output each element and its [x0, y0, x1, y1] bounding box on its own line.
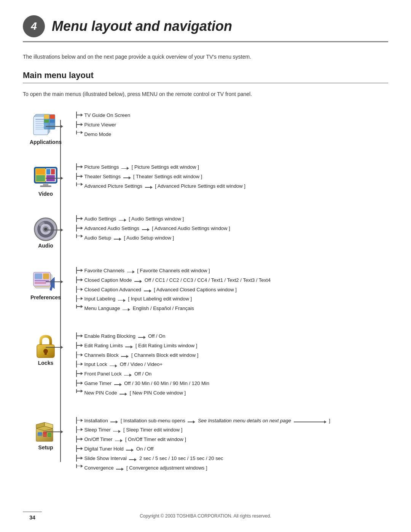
svg-rect-23 — [36, 169, 45, 174]
page-number: 34 — [23, 511, 42, 521]
spine-arrow-applications — [46, 125, 63, 128]
svg-rect-8 — [35, 129, 44, 129]
intro-text: The illustrations below and on the next … — [23, 54, 388, 60]
spine-arrow-setup — [46, 430, 63, 434]
section-heading: Main menu layout — [23, 70, 388, 83]
list-item: Enable Rating Blocking Off / On — [76, 332, 388, 340]
menu-row-locks: Locks Enable Rating Blocking Off / On — [23, 329, 388, 399]
preferences-items: Favorite Channels [ Favorite Channels ed… — [68, 264, 388, 314]
svg-rect-4 — [35, 121, 45, 122]
setup-label: Setup — [38, 444, 53, 451]
spine-arrow-audio — [46, 228, 63, 232]
list-item: Front Panel Lock Off / On — [76, 370, 388, 378]
spine-arrow-preferences — [46, 280, 63, 284]
list-item: Closed Caption Advanced [ Advanced Close… — [76, 286, 388, 294]
list-item: On/Off Timer [ On/Off Timer edit window … — [76, 436, 388, 444]
menu-row-setup: Setup Installation [ Installation sub-me… — [23, 414, 388, 474]
menu-tree: Applications TV Guide On Screen — [23, 109, 388, 473]
svg-rect-39 — [35, 273, 42, 279]
locks-label: Locks — [38, 360, 53, 366]
applications-items: TV Guide On Screen Picture Viewer — [68, 109, 388, 140]
list-item: Theater Settings [ Theater Settings edit… — [76, 173, 388, 181]
list-item: Audio Settings [ Audio Settings window ] — [76, 215, 388, 223]
svg-rect-14 — [50, 115, 55, 119]
locks-items: Enable Rating Blocking Off / On Edit Rat… — [68, 329, 388, 399]
svg-rect-21 — [43, 183, 48, 185]
svg-rect-47 — [45, 351, 47, 355]
menu-row-audio: Audio Audio Settings [ Audio Settings wi… — [23, 212, 388, 249]
list-item: Edit Rating Limits [ Edit Rating Limits … — [76, 342, 388, 350]
page-footer: 34 Copyright © 2003 TOSHIBA CORPORATION.… — [0, 511, 411, 521]
list-item: New PIN Code [ New PIN Code window ] — [76, 389, 388, 397]
list-item: Sleep Timer [ Sleep Timer edit window ] — [76, 426, 388, 434]
section-subtext: To open the main menus (illustrated belo… — [23, 91, 388, 97]
menu-row-applications: Applications TV Guide On Screen — [23, 109, 388, 145]
video-label: Video — [38, 191, 53, 197]
list-item: Advanced Picture Settings [ Advanced Pic… — [76, 182, 388, 190]
chapter-title: Menu layout and navigation — [52, 18, 232, 34]
chapter-number: 4 — [23, 15, 45, 37]
spine-arrow-locks — [46, 345, 63, 349]
list-item: Favorite Channels [ Favorite Channels ed… — [76, 267, 388, 275]
menu-row-preferences: Preferences Favorite Channels [ Favorite… — [23, 264, 388, 314]
svg-rect-6 — [35, 125, 43, 126]
list-item: Picture Settings [ Picture Settings edit… — [76, 163, 388, 171]
list-item: Menu Language English / Español / França… — [76, 305, 388, 313]
list-item: Convergence [ Convergence adjustment win… — [76, 464, 388, 472]
svg-rect-22 — [40, 185, 51, 187]
list-item: Advanced Audio Settings [ Advanced Audio… — [76, 225, 388, 233]
list-item: Closed Caption Mode Off / CC1 / CC2 / CC… — [76, 276, 388, 284]
audio-items: Audio Settings [ Audio Settings window ]… — [68, 212, 388, 243]
svg-rect-55 — [36, 435, 53, 436]
svg-rect-15 — [44, 120, 49, 123]
applications-label: Applications — [30, 139, 62, 145]
list-item: Channels Block [ Channels Block edit win… — [76, 351, 388, 359]
svg-rect-25 — [46, 169, 50, 174]
setup-items: Installation [ Installation sub-menu ope… — [68, 414, 388, 474]
svg-rect-24 — [36, 175, 45, 181]
list-item: Picture Viewer — [76, 121, 388, 129]
spine-arrow-video — [46, 176, 63, 180]
chapter-header: 4 Menu layout and navigation — [23, 15, 388, 42]
svg-rect-26 — [51, 169, 55, 174]
list-item: Audio Setup [ Audio Setup window ] — [76, 234, 388, 242]
list-item: Game Timer Off / 30 Min / 60 Min / 90 Mi… — [76, 380, 388, 388]
svg-rect-13 — [44, 115, 49, 119]
menu-row-video: Video Picture Settings [ Picture Setting… — [23, 160, 388, 197]
svg-rect-16 — [50, 120, 55, 123]
video-items: Picture Settings [ Picture Settings edit… — [68, 160, 388, 192]
list-item: Input Labeling [ Input Labeling edit win… — [76, 295, 388, 303]
audio-label: Audio — [38, 243, 53, 249]
svg-rect-40 — [43, 273, 49, 279]
list-item: Input Lock Off / Video / Video+ — [76, 361, 388, 369]
svg-rect-42 — [35, 282, 46, 284]
copyright-text: Copyright © 2003 TOSHIBA CORPORATION. Al… — [140, 513, 271, 519]
list-item: TV Guide On Screen — [76, 112, 388, 120]
list-item: Digital Tuner Hold On / Off — [76, 445, 388, 453]
list-item: Installation [ Installation sub-menu ope… — [76, 417, 388, 425]
preferences-label: Preferences — [30, 294, 61, 300]
list-item: Slide Show Interval 2 sec / 5 sec / 10 s… — [76, 455, 388, 463]
list-item: Demo Mode — [76, 131, 388, 139]
